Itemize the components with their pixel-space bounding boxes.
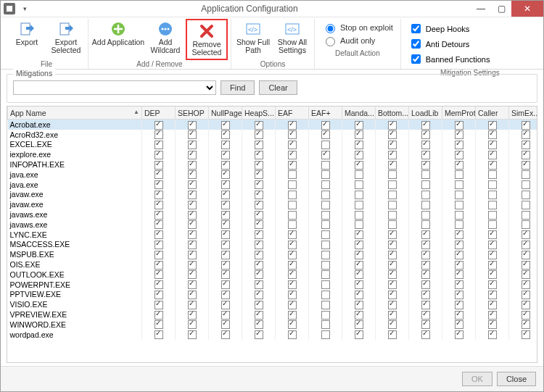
table-row[interactable]: VPREVIEW.EXE [8, 309, 538, 320]
mitigation-cell[interactable] [442, 280, 476, 290]
checkbox-icon[interactable] [488, 151, 497, 159]
checkbox-icon[interactable] [188, 121, 197, 130]
checkbox-icon[interactable] [488, 170, 497, 179]
checkbox-icon[interactable] [288, 230, 297, 239]
mitigation-cell[interactable] [442, 320, 476, 330]
mitigation-cell[interactable] [276, 159, 309, 170]
checkbox-icon[interactable] [488, 270, 497, 279]
checkbox-icon[interactable] [455, 180, 463, 189]
mitigation-cell[interactable] [376, 180, 409, 190]
checkbox-icon[interactable] [255, 141, 263, 149]
audit-only-radio[interactable]: Audit only [322, 35, 393, 46]
checkbox-icon[interactable] [255, 191, 263, 199]
mitigation-cell[interactable] [242, 309, 276, 320]
app-name-cell[interactable]: Acrobat.exe [8, 120, 142, 130]
mitigation-cell[interactable] [142, 199, 176, 209]
checkbox-icon[interactable] [154, 121, 163, 130]
checkbox-icon[interactable] [288, 170, 297, 179]
checkbox-icon[interactable] [255, 220, 263, 229]
mitigation-cell[interactable] [309, 259, 342, 270]
mitigation-cell[interactable] [276, 240, 309, 250]
checkbox-icon[interactable] [488, 251, 497, 259]
mitigation-cell[interactable] [276, 290, 309, 300]
mitigation-cell[interactable] [242, 190, 276, 200]
checkbox-icon[interactable] [421, 121, 430, 130]
mitigation-cell[interactable] [409, 220, 442, 230]
mitigation-cell[interactable] [142, 170, 176, 180]
table-row[interactable]: wordpad.exe [8, 330, 538, 340]
mitigation-cell[interactable] [376, 120, 409, 130]
mitigation-cell[interactable] [509, 220, 538, 230]
checkbox-icon[interactable] [522, 230, 530, 239]
app-name-cell[interactable]: PPTVIEW.EXE [8, 290, 142, 300]
checkbox-icon[interactable] [522, 251, 530, 259]
mitigation-cell[interactable] [376, 309, 409, 320]
mitigation-cell[interactable] [142, 249, 176, 259]
checkbox-icon[interactable] [488, 230, 497, 239]
mitigation-cell[interactable] [276, 280, 309, 290]
checkbox-icon[interactable] [455, 301, 463, 309]
checkbox-icon[interactable] [522, 151, 530, 159]
checkbox-icon[interactable] [522, 270, 530, 279]
app-name-cell[interactable]: OIS.EXE [8, 259, 142, 270]
checkbox-icon[interactable] [221, 320, 230, 329]
checkbox-icon[interactable] [522, 330, 530, 339]
checkbox-icon[interactable] [154, 330, 163, 339]
checkbox-icon[interactable] [388, 130, 397, 139]
checkbox-icon[interactable] [255, 261, 263, 270]
show-full-path-button[interactable]: </> Show FullPath [234, 19, 272, 56]
checkbox-icon[interactable] [455, 261, 463, 270]
checkbox-icon[interactable] [388, 241, 397, 249]
mitigation-cell[interactable] [142, 120, 176, 130]
app-name-cell[interactable]: EXCEL.EXE [8, 140, 142, 150]
mitigation-cell[interactable] [242, 270, 276, 280]
mitigation-cell[interactable] [142, 140, 176, 150]
checkbox-icon[interactable] [188, 191, 197, 199]
checkbox-icon[interactable] [321, 201, 330, 209]
checkbox-icon[interactable] [388, 311, 397, 320]
mitigation-cell[interactable] [476, 199, 509, 209]
mitigation-cell[interactable] [509, 209, 538, 220]
mitigation-cell[interactable] [309, 209, 342, 220]
mitigation-cell[interactable] [209, 249, 242, 259]
mitigation-cell[interactable] [409, 149, 442, 159]
checkbox-icon[interactable] [488, 241, 497, 249]
checkbox-icon[interactable] [288, 330, 297, 339]
mitigation-cell[interactable] [342, 290, 376, 300]
checkbox-icon[interactable] [188, 220, 197, 229]
mitigation-cell[interactable] [176, 149, 209, 159]
mitigation-cell[interactable] [476, 249, 509, 259]
checkbox-icon[interactable] [321, 301, 330, 309]
checkbox-icon[interactable] [455, 330, 463, 339]
mitigation-cell[interactable] [442, 230, 476, 240]
checkbox-icon[interactable] [288, 301, 297, 309]
checkbox-icon[interactable] [221, 230, 230, 239]
checkbox-icon[interactable] [522, 261, 530, 270]
mitigation-cell[interactable] [309, 190, 342, 200]
checkbox-icon[interactable] [455, 201, 463, 209]
checkbox-icon[interactable] [421, 230, 430, 239]
mitigation-cell[interactable] [342, 270, 376, 280]
mitigation-cell[interactable] [376, 159, 409, 170]
mitigation-cell[interactable] [242, 290, 276, 300]
checkbox-icon[interactable] [522, 121, 530, 130]
mitigation-cell[interactable] [376, 290, 409, 300]
mitigation-cell[interactable] [209, 299, 242, 309]
checkbox-icon[interactable] [421, 130, 430, 139]
mitigation-cell[interactable] [176, 180, 209, 190]
mitigation-cell[interactable] [342, 159, 376, 170]
col-memprot[interactable]: MemProt [442, 107, 476, 120]
mitigation-cell[interactable] [309, 240, 342, 250]
mitigation-cell[interactable] [276, 320, 309, 330]
ok-button[interactable]: OK [462, 372, 493, 386]
mitigation-cell[interactable] [142, 220, 176, 230]
mitigation-cell[interactable] [276, 330, 309, 340]
checkbox-icon[interactable] [154, 141, 163, 149]
checkbox-icon[interactable] [255, 280, 263, 289]
add-wildcard-button[interactable]: Add Wildcard [147, 19, 184, 56]
checkbox-icon[interactable] [255, 270, 263, 279]
mitigation-cell[interactable] [176, 290, 209, 300]
checkbox-icon[interactable] [421, 301, 430, 309]
mitigation-cell[interactable] [242, 170, 276, 180]
checkbox-icon[interactable] [255, 291, 263, 299]
